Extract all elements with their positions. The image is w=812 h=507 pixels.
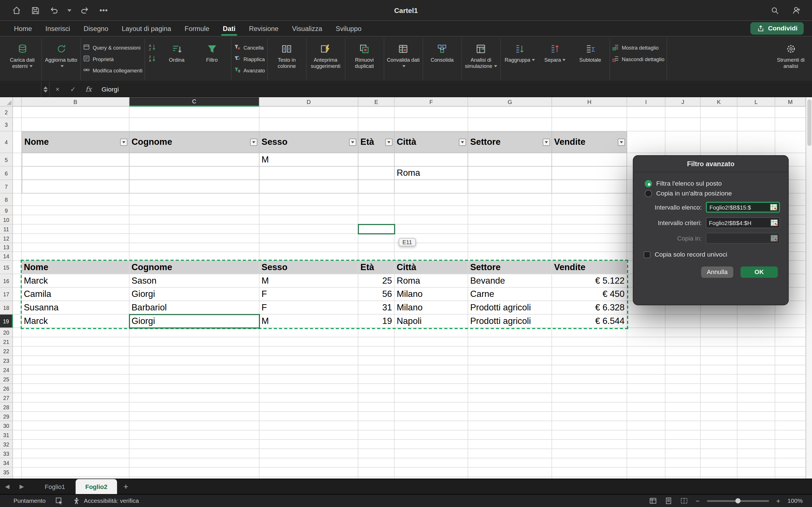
cell-E33[interactable]: [358, 449, 395, 458]
cell-L24[interactable]: [738, 365, 775, 375]
cell-I21[interactable]: [627, 337, 665, 347]
cell-K26[interactable]: [701, 384, 737, 393]
cell-A17[interactable]: [13, 288, 22, 301]
row-header-12[interactable]: 12: [0, 234, 13, 243]
cell-D22[interactable]: [259, 347, 358, 356]
cell-I19[interactable]: [627, 315, 665, 328]
radio-copy-elsewhere[interactable]: Copia in un'altra posizione: [645, 190, 780, 197]
cell-E11[interactable]: [358, 224, 395, 234]
cell-G12[interactable]: [468, 234, 552, 243]
modifica-collegamenti-button[interactable]: Modifica collegamenti: [83, 66, 143, 74]
people-icon[interactable]: [792, 5, 802, 15]
cell-D20[interactable]: [259, 328, 358, 337]
cell-F7[interactable]: [395, 180, 468, 193]
cell-E31[interactable]: [358, 431, 395, 440]
cell-C13[interactable]: [130, 243, 259, 252]
cell-C19[interactable]: Giorgi: [130, 315, 259, 328]
filter-dropdown-C4[interactable]: [250, 138, 257, 146]
cell-E9[interactable]: [358, 206, 395, 215]
cell-L26[interactable]: [738, 384, 775, 393]
cell-L4[interactable]: [738, 131, 775, 153]
cell-I35[interactable]: [627, 467, 665, 477]
cell-A15[interactable]: [13, 261, 22, 274]
accessibility-status[interactable]: Accessibilità: verifica: [72, 497, 139, 505]
row-header-13[interactable]: 13: [0, 243, 13, 252]
cell-C3[interactable]: [130, 118, 259, 131]
ribbon-tab-disegno[interactable]: Disegno: [77, 20, 115, 36]
row-header-29[interactable]: 29: [0, 412, 13, 421]
cell-F10[interactable]: [395, 215, 468, 224]
cell-F32[interactable]: [395, 440, 468, 449]
cell-A22[interactable]: [13, 347, 22, 356]
cell-H25[interactable]: [552, 375, 627, 384]
cell-A33[interactable]: [13, 449, 22, 458]
row-header-3[interactable]: 3: [0, 118, 13, 131]
cell-D7[interactable]: [259, 180, 358, 193]
cell-B8[interactable]: [22, 193, 130, 206]
cell-G28[interactable]: [468, 402, 552, 412]
cell-F31[interactable]: [395, 431, 468, 440]
cell-H5[interactable]: [552, 153, 627, 167]
cell-K4[interactable]: [701, 131, 737, 153]
sort-asc-button[interactable]: AZ: [147, 43, 158, 53]
cell-A5[interactable]: [13, 153, 22, 167]
cell-L22[interactable]: [738, 347, 775, 356]
cell-A8[interactable]: [13, 193, 22, 206]
cell-G26[interactable]: [468, 384, 552, 393]
cell-H12[interactable]: [552, 234, 627, 243]
cell-D18[interactable]: F: [259, 301, 358, 315]
cell-M26[interactable]: [775, 384, 806, 393]
cell-H19[interactable]: € 6.544: [552, 315, 627, 328]
cell-A26[interactable]: [13, 384, 22, 393]
cell-G30[interactable]: [468, 421, 552, 431]
strumenti-di-analisi-button[interactable]: Strumenti di analisi: [774, 40, 808, 69]
filter-dropdown-B4[interactable]: [120, 138, 128, 146]
cell-H27[interactable]: [552, 393, 627, 402]
cell-E30[interactable]: [358, 421, 395, 431]
cell-E13[interactable]: [358, 243, 395, 252]
filter-dropdown-F4[interactable]: [459, 138, 466, 146]
selection-mode-icon[interactable]: [55, 497, 63, 505]
cell-B5[interactable]: [22, 153, 130, 167]
cell-I22[interactable]: [627, 347, 665, 356]
cell-F4[interactable]: Città: [395, 131, 468, 153]
select-all-corner[interactable]: [0, 97, 13, 107]
cell-J28[interactable]: [665, 402, 701, 412]
cell-F8[interactable]: [395, 193, 468, 206]
cell-G22[interactable]: [468, 347, 552, 356]
cell-A16[interactable]: [13, 274, 22, 288]
cell-D3[interactable]: [259, 118, 358, 131]
cell-L34[interactable]: [738, 458, 775, 467]
cell-F20[interactable]: [395, 328, 468, 337]
cell-G23[interactable]: [468, 356, 552, 365]
cell-F16[interactable]: Roma: [395, 274, 468, 288]
cell-E22[interactable]: [358, 347, 395, 356]
cell-L35[interactable]: [738, 467, 775, 477]
row-header-21[interactable]: 21: [0, 337, 13, 347]
confirm-entry-icon[interactable]: ✓: [65, 81, 81, 97]
cell-M4[interactable]: [775, 131, 806, 153]
cell-G13[interactable]: [468, 243, 552, 252]
row-header-19[interactable]: 19: [0, 315, 13, 328]
cell-M31[interactable]: [775, 431, 806, 440]
cell-A11[interactable]: [13, 224, 22, 234]
cell-I32[interactable]: [627, 440, 665, 449]
cell-G31[interactable]: [468, 431, 552, 440]
cell-A6[interactable]: [13, 166, 22, 180]
cell-F11[interactable]: [395, 224, 468, 234]
cell-H20[interactable]: [552, 328, 627, 337]
save-icon[interactable]: [30, 5, 41, 15]
search-icon[interactable]: [769, 5, 780, 15]
add-sheet-button[interactable]: +: [117, 482, 135, 491]
cell-B22[interactable]: [22, 347, 130, 356]
cell-M33[interactable]: [775, 449, 806, 458]
cell-F19[interactable]: Napoli: [395, 315, 468, 328]
row-header-9[interactable]: 9: [0, 206, 13, 215]
cell-C5[interactable]: [130, 153, 259, 167]
cell-F15[interactable]: Città: [395, 261, 468, 274]
cell-F14[interactable]: [395, 252, 468, 261]
cell-A24[interactable]: [13, 365, 22, 375]
ribbon-tab-formule[interactable]: Formule: [178, 20, 216, 36]
share-button[interactable]: Condividi: [751, 22, 804, 35]
cell-C34[interactable]: [130, 458, 259, 467]
